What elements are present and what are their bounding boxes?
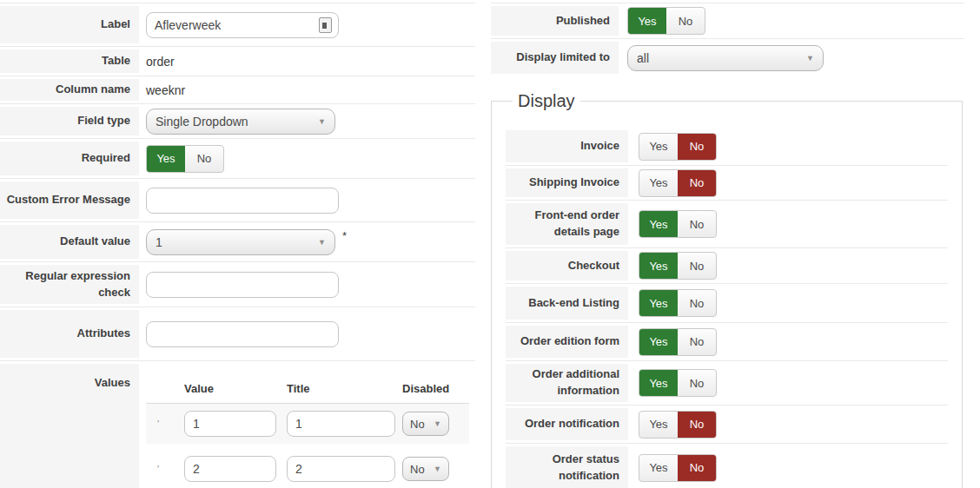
field-label-order-notification: Order notification [506, 406, 628, 443]
dropdown-arrow-icon: ▼ [318, 238, 326, 247]
value-input[interactable]: 2 [184, 456, 276, 482]
field-type-select[interactable]: Single Dropdown▼ [146, 109, 335, 135]
column-name-value: weeknr [146, 83, 185, 97]
disabled-select[interactable]: No▼ [402, 457, 449, 481]
checkout-no-button[interactable]: No [678, 253, 716, 279]
form-row-order-notification: Order notificationYesNo [506, 405, 948, 443]
title-input[interactable]: 1 [287, 411, 395, 437]
field-label-shipping-invoice: Shipping Invoice [506, 166, 628, 200]
custom-error-message-input[interactable] [146, 188, 339, 214]
field-control-order-edition-form: YesNo [628, 323, 948, 360]
form-row-label: LabelAfleverweek [0, 3, 475, 46]
drag-handle-icon[interactable]: ' [157, 464, 184, 474]
values-col-disabled: Disabled [402, 382, 458, 395]
title-input-text: 2 [295, 462, 302, 476]
front-end-order-details-page-toggle: YesNo [639, 210, 717, 238]
back-end-listing-yes-button[interactable]: Yes [639, 290, 678, 316]
required-toggle: YesNo [146, 145, 224, 173]
required-no-button[interactable]: No [185, 146, 223, 172]
values-col-title: Title [287, 382, 395, 395]
values-col-value: Value [184, 382, 276, 395]
field-control-required: YesNo [139, 139, 475, 178]
field-control-front-end-order-details-page: YesNo [628, 201, 948, 247]
dropdown-arrow-icon: ▼ [318, 117, 326, 126]
field-control-display-limited-to: all▼ [619, 39, 964, 76]
default-value-select-value: 1 [156, 235, 162, 249]
field-control-regular-expression-check [139, 262, 475, 307]
table-value: order [146, 55, 175, 69]
form-row-order-edition-form: Order edition formYesNo [506, 322, 948, 360]
values-row: '22No▼ [146, 449, 469, 488]
dropdown-arrow-icon: ▼ [434, 419, 441, 428]
order-edition-form-no-button[interactable]: No [678, 329, 716, 355]
form-row-back-end-listing: Back-end ListingYesNo [506, 283, 948, 322]
field-control-label: Afleverweek [139, 3, 475, 46]
back-end-listing-no-button[interactable]: No [678, 290, 716, 316]
field-label-field-type: Field type [0, 104, 139, 138]
invoice-yes-button[interactable]: Yes [639, 134, 678, 160]
values-section: ValuesValueTitleDisabled'11No▼'22No▼ [0, 360, 475, 488]
front-end-order-details-page-no-button[interactable]: No [678, 211, 716, 237]
order-notification-no-button[interactable]: No [678, 412, 716, 438]
published-toggle: YesNo [627, 7, 705, 35]
default-value-select[interactable]: 1▼ [146, 229, 335, 255]
shipping-invoice-toggle: YesNo [639, 169, 717, 197]
form-row-attributes: Attributes [0, 307, 475, 360]
field-label-table: Table [0, 47, 139, 76]
order-additional-information-yes-button[interactable]: Yes [639, 370, 678, 396]
order-additional-information-toggle: YesNo [639, 369, 717, 397]
checkout-yes-button[interactable]: Yes [639, 253, 678, 279]
drag-handle-icon[interactable]: ' [157, 419, 184, 429]
title-input[interactable]: 2 [287, 456, 395, 482]
field-label-regular-expression-check: Regular expression check [0, 262, 139, 307]
value-input-text: 2 [193, 462, 200, 476]
form-row-column-name: Column nameweeknr [0, 76, 475, 103]
values-header-row: ValueTitleDisabled [146, 373, 469, 404]
order-status-notification-yes-button[interactable]: Yes [639, 455, 678, 481]
invoice-toggle: YesNo [639, 133, 717, 161]
dropdown-arrow-icon: ▼ [434, 465, 441, 473]
field-settings-panel: LabelAfleverweekTableorderColumn namewee… [0, 3, 475, 488]
field-control-table: order [139, 47, 475, 76]
publish-panel: PublishedYesNoDisplay limited toall▼ Dis… [491, 3, 964, 76]
field-label-attributes: Attributes [0, 307, 139, 360]
field-control-default-value: 1▼* [139, 222, 475, 261]
field-control-attributes [139, 307, 475, 360]
published-no-button[interactable]: No [666, 8, 705, 34]
field-label-invoice: Invoice [506, 128, 628, 165]
field-label-default-value: Default value [0, 222, 139, 261]
field-label-values: Values [0, 361, 139, 488]
shipping-invoice-yes-button[interactable]: Yes [639, 170, 678, 196]
order-additional-information-no-button[interactable]: No [678, 370, 716, 396]
order-status-notification-no-button[interactable]: No [678, 455, 716, 481]
field-label-back-end-listing: Back-end Listing [506, 284, 628, 322]
form-row-checkout: CheckoutYesNo [506, 247, 948, 283]
value-input[interactable]: 1 [184, 411, 276, 437]
display-limited-to-select-value: all [637, 51, 649, 65]
order-notification-yes-button[interactable]: Yes [639, 412, 678, 438]
invoice-no-button[interactable]: No [678, 134, 716, 160]
order-notification-toggle: YesNo [639, 411, 717, 439]
attributes-input[interactable] [146, 321, 339, 347]
display-limited-to-select[interactable]: all▼ [627, 45, 824, 71]
form-row-field-type: Field typeSingle Dropdown▼ [0, 103, 475, 138]
disabled-select-value: No [410, 418, 425, 431]
values-table: ValueTitleDisabled'11No▼'22No▼ [139, 361, 475, 488]
form-row-table: Tableorder [0, 46, 475, 76]
front-end-order-details-page-yes-button[interactable]: Yes [639, 211, 678, 237]
published-yes-button[interactable]: Yes [628, 8, 666, 34]
form-row-order-additional-information: Order additional informationYesNo [506, 360, 948, 405]
shipping-invoice-no-button[interactable]: No [678, 170, 716, 196]
field-label-label: Label [0, 3, 139, 46]
value-input-text: 1 [193, 417, 200, 431]
label-input[interactable]: Afleverweek [146, 12, 339, 38]
disabled-select[interactable]: No▼ [402, 412, 449, 436]
regular-expression-check-input[interactable] [146, 272, 339, 298]
order-edition-form-yes-button[interactable]: Yes [639, 329, 678, 355]
form-row-shipping-invoice: Shipping InvoiceYesNo [506, 165, 948, 200]
required-asterisk: * [342, 229, 347, 242]
form-row-regular-expression-check: Regular expression check [0, 261, 475, 307]
field-control-column-name: weeknr [139, 76, 475, 103]
field-label-order-status-notification: Order status notification [506, 444, 628, 488]
required-yes-button[interactable]: Yes [147, 146, 185, 172]
